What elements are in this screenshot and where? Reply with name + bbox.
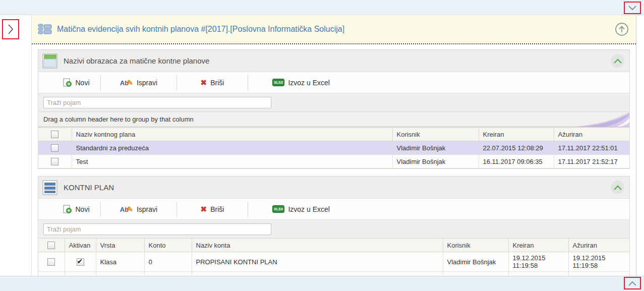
excel-icon: XLSX: [272, 205, 284, 213]
table-cell[interactable]: PROPISANI KONTNI PLAN: [192, 252, 443, 272]
select-all-header[interactable]: [38, 128, 72, 141]
search-strip: [38, 220, 629, 238]
kontni-planovi-table: Naziv kontnog plana Korisnik Kreiran Ažu…: [38, 127, 629, 168]
form-window-icon: [42, 53, 57, 69]
column-header[interactable]: Vrsta: [96, 239, 144, 252]
edit-ab-icon: Ab✎: [120, 205, 133, 213]
table-row[interactable]: Klasa0PROPISANI KONTNI PLANVladimir Bošn…: [38, 252, 629, 272]
collapse-panel-button[interactable]: [611, 181, 624, 194]
search-input[interactable]: [43, 97, 271, 108]
delete-x-icon: ✖: [201, 78, 207, 87]
chevron-up-icon[interactable]: [628, 280, 637, 286]
export-excel-label: Izvoz u Excel: [288, 205, 329, 213]
column-header[interactable]: Naziv konta: [192, 239, 443, 252]
top-bar: [0, 0, 644, 15]
checkbox-cell[interactable]: [65, 252, 96, 272]
edit-button[interactable]: Ab✎ Ispravi: [101, 205, 177, 213]
page-title: Matična evidencija svih kontnih planova …: [57, 25, 615, 34]
delete-button-label: Briši: [210, 205, 224, 213]
panel-title: Nazivi obrazaca za matične kontne planov…: [64, 56, 611, 65]
export-excel-label: Izvoz u Excel: [288, 79, 329, 87]
checkbox-cell[interactable]: [38, 252, 65, 272]
table-cell[interactable]: 22.07.2015 12:08:29: [479, 141, 554, 155]
new-button-label: Novi: [75, 205, 89, 213]
column-header[interactable]: Naziv kontnog plana: [72, 128, 392, 141]
new-button[interactable]: Novi: [52, 78, 100, 87]
chevron-down-icon[interactable]: [628, 5, 637, 11]
chevron-up-icon: [613, 58, 622, 64]
panel-header: KONTNI PLAN: [38, 177, 629, 199]
delete-x-icon: ✖: [201, 205, 207, 214]
edit-button-label: Ispravi: [137, 79, 157, 87]
edit-ab-icon: Ab✎: [120, 79, 133, 87]
chevron-up-icon: [613, 185, 622, 191]
column-header[interactable]: Kreiran: [508, 239, 568, 252]
main-content: Matična evidencija svih kontnih planova …: [31, 15, 636, 291]
decorative-swirl: [498, 112, 629, 127]
chevron-right-icon: [7, 24, 14, 35]
delete-button-label: Briši: [210, 79, 224, 87]
delete-button[interactable]: ✖ Briši: [177, 78, 248, 87]
table-cell[interactable]: 19.12.2015 11:19:58: [568, 252, 629, 272]
export-excel-button[interactable]: XLSX Izvoz u Excel: [248, 79, 354, 87]
table-cell[interactable]: Vladimir Bošnjak: [443, 252, 508, 272]
row-select-checkbox[interactable]: [47, 258, 55, 266]
search-input[interactable]: [43, 223, 271, 235]
table-header-row: Aktivan Vrsta Konto Naziv konta Korisnik…: [38, 239, 629, 252]
column-header[interactable]: Korisnik: [443, 239, 508, 252]
table-row[interactable]: TestVladimir Bošnjak16.11.2017 09:06:351…: [38, 155, 629, 168]
new-button-label: Novi: [75, 79, 89, 87]
table-cell[interactable]: 19.12.2015 11:19:58: [508, 252, 568, 272]
table-cell[interactable]: Test: [72, 155, 392, 168]
edit-button-label: Ispravi: [137, 205, 157, 213]
table-cell[interactable]: 17.11.2017 21:52:17: [554, 155, 629, 168]
panel-kontni-plan: KONTNI PLAN Novi Ab✎ Ispravi: [38, 176, 630, 277]
delete-button[interactable]: ✖ Briši: [177, 205, 248, 214]
table-cell[interactable]: 16.11.2017 09:06:35: [479, 155, 554, 168]
dashboard-tiles-icon: [38, 23, 52, 35]
excel-icon: XLSX: [272, 79, 284, 86]
panel-nazivi-obrazaca: Nazivi obrazaca za matične kontne planov…: [38, 49, 630, 169]
new-page-icon: [63, 78, 72, 87]
table-cell[interactable]: 17.11.2017 22:51:01: [554, 141, 629, 155]
toolbar: Novi Ab✎ Ispravi ✖ Briši XLSX Izvoz u Ex…: [38, 199, 629, 220]
group-by-hint: Drag a column header here to group by th…: [43, 115, 194, 123]
row-select-checkbox[interactable]: [51, 144, 58, 152]
select-all-header[interactable]: [38, 239, 65, 252]
column-header[interactable]: Ažuriran: [554, 128, 629, 141]
table-cell[interactable]: Vladimir Bošnjak: [392, 155, 479, 168]
collapse-top-annotation[interactable]: [624, 2, 641, 14]
group-by-panel[interactable]: Drag a column header here to group by th…: [38, 111, 629, 127]
edit-button[interactable]: Ab✎ Ispravi: [101, 79, 177, 87]
table-cell[interactable]: Vladimir Bošnjak: [392, 141, 479, 155]
select-all-checkbox[interactable]: [51, 131, 58, 138]
new-button[interactable]: Novi: [52, 205, 100, 213]
column-header[interactable]: Aktivan: [65, 239, 96, 252]
table-cell[interactable]: Klasa: [96, 252, 144, 272]
panel-title: KONTNI PLAN: [64, 183, 611, 192]
active-checkbox[interactable]: [77, 258, 84, 266]
column-header[interactable]: Konto: [144, 239, 192, 252]
panel-header: Nazivi obrazaca za matične kontne planov…: [38, 50, 629, 72]
select-all-checkbox[interactable]: [47, 242, 55, 249]
checkbox-cell[interactable]: [38, 155, 72, 168]
scroll-to-top-icon[interactable]: [615, 22, 629, 36]
checkbox-cell[interactable]: [38, 141, 72, 155]
column-header[interactable]: Ažuriran: [568, 239, 629, 252]
column-header[interactable]: Korisnik: [392, 128, 479, 141]
collapse-panel-button[interactable]: [611, 54, 624, 68]
table-header-row: Naziv kontnog plana Korisnik Kreiran Ažu…: [38, 128, 629, 141]
page-header: Matična evidencija svih kontnih planova …: [32, 15, 636, 44]
table-row[interactable]: Standardni za preduzećaVladimir Bošnjak2…: [38, 141, 629, 155]
konta-table: Aktivan Vrsta Konto Naziv konta Korisnik…: [38, 238, 629, 276]
bottom-bar: [0, 276, 644, 291]
row-select-checkbox[interactable]: [51, 158, 58, 165]
table-cell[interactable]: Standardni za preduzeća: [72, 141, 392, 155]
expand-sidebar-button[interactable]: [2, 19, 19, 39]
new-page-icon: [63, 205, 72, 213]
column-header[interactable]: Kreiran: [479, 128, 554, 141]
collapse-bottom-annotation[interactable]: [624, 277, 641, 289]
table-cell[interactable]: 0: [144, 252, 192, 272]
toolbar: Novi Ab✎ Ispravi ✖ Briši XLSX Izvoz u Ex…: [38, 72, 629, 93]
export-excel-button[interactable]: XLSX Izvoz u Excel: [248, 205, 354, 213]
